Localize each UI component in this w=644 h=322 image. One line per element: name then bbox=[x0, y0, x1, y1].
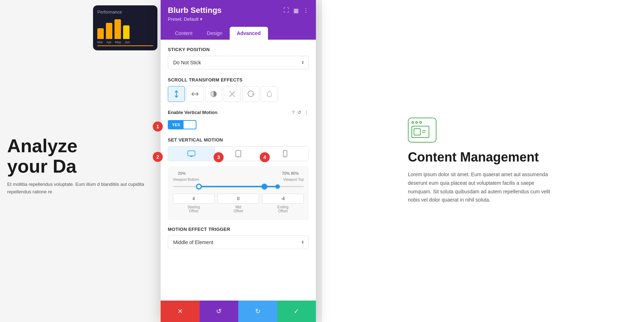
undo-button[interactable]: ↺ bbox=[200, 301, 239, 322]
icon-body bbox=[411, 126, 429, 138]
fade-btn[interactable] bbox=[205, 86, 222, 102]
reset-icon[interactable]: ↺ bbox=[297, 110, 301, 115]
tab-design[interactable]: Design bbox=[200, 27, 230, 40]
icon-line-1 bbox=[422, 130, 426, 131]
icon-dot-1 bbox=[411, 121, 414, 124]
badge-3: 3 bbox=[214, 152, 224, 162]
sticky-position-label: Sticky Position bbox=[168, 47, 309, 52]
layout-icon[interactable]: ▦ bbox=[293, 7, 299, 14]
redo-button[interactable]: ↻ bbox=[238, 301, 277, 322]
toggle-yes[interactable]: YES bbox=[169, 121, 184, 129]
panel-header-icons: ⛶ ▦ ⋮ bbox=[283, 7, 309, 14]
scroll-transform-label: Scroll Transform Effects bbox=[168, 77, 309, 83]
chart-line bbox=[97, 45, 153, 46]
ending-offset-group: EndingOffset bbox=[262, 194, 304, 213]
panel-footer: ✕ ↺ ↻ ✓ bbox=[161, 301, 316, 322]
content-mgmt-body: Lorem ipsum dolor sit amet. Eum quaerat … bbox=[408, 170, 558, 204]
content-management-section: Content Management Lorem ipsum dolor sit… bbox=[394, 103, 572, 219]
opacity-btn[interactable] bbox=[261, 86, 278, 102]
label-20pct: 20% bbox=[178, 171, 186, 175]
badge-4: 4 bbox=[260, 152, 270, 162]
sticky-position-wrapper: Do Not Stick Stick to Top Stick to Botto… bbox=[168, 56, 309, 69]
bar-mar bbox=[97, 28, 104, 39]
tab-content[interactable]: Content bbox=[168, 27, 200, 40]
label-70-80pct: 70% 80% bbox=[282, 171, 299, 175]
ending-offset-label: EndingOffset bbox=[262, 205, 304, 213]
panel-tabs: Content Design Advanced bbox=[168, 27, 309, 40]
perf-card-title: Performance bbox=[97, 10, 153, 15]
bar-chart bbox=[97, 18, 153, 39]
badge-2: 2 bbox=[153, 152, 163, 162]
slider-thumb-start[interactable] bbox=[196, 184, 202, 189]
toggle-container[interactable]: YES bbox=[168, 120, 196, 129]
right-background: Content Management Lorem ipsum dolor sit… bbox=[322, 0, 644, 322]
set-vertical-motion-label: Set Vertical Motion bbox=[168, 137, 309, 143]
blur-btn[interactable] bbox=[224, 86, 241, 102]
analyze-heading: Analyze your Da bbox=[7, 136, 154, 177]
motion-effect-trigger-label: Motion Effect Trigger bbox=[168, 227, 309, 232]
motion-effect-trigger-section: Motion Effect Trigger Middle of Element … bbox=[168, 227, 309, 249]
more-options-icon[interactable]: ⋮ bbox=[304, 110, 309, 115]
starting-offset-group: StartingOffset bbox=[173, 194, 215, 213]
icon-line-2 bbox=[422, 132, 425, 133]
desktop-device-tab[interactable] bbox=[168, 147, 215, 161]
slider-track bbox=[173, 186, 304, 187]
bar-apr bbox=[106, 23, 112, 39]
expand-icon[interactable]: ⛶ bbox=[283, 7, 289, 14]
bar-may bbox=[114, 19, 121, 39]
starting-offset-label: StartingOffset bbox=[173, 205, 215, 213]
panel-preset[interactable]: Preset: Default ▾ bbox=[168, 16, 309, 22]
content-mgmt-title: Content Management bbox=[408, 150, 558, 165]
icon-dot-2 bbox=[415, 121, 418, 124]
slider-track-container[interactable] bbox=[173, 183, 304, 190]
slider-thumb-mid[interactable] bbox=[262, 184, 267, 189]
panel-header-top: Blurb Settings ⛶ ▦ ⋮ bbox=[168, 6, 309, 15]
offset-row: StartingOffset MidOffset EndingOffset bbox=[173, 194, 304, 213]
motion-effect-trigger-select[interactable]: Middle of Element Top of Element Bottom … bbox=[168, 236, 309, 249]
panel-title: Blurb Settings bbox=[168, 6, 221, 15]
tab-advanced[interactable]: Advanced bbox=[230, 27, 268, 40]
enable-vertical-motion-label: Enable Vertical Motion bbox=[168, 110, 289, 115]
content-management-icon bbox=[408, 118, 436, 143]
mid-offset-label: MidOffset bbox=[218, 205, 259, 213]
cancel-button[interactable]: ✕ bbox=[161, 301, 200, 322]
enable-vertical-motion-row: Enable Vertical Motion ? ↺ ⋮ bbox=[168, 110, 309, 115]
toggle-no[interactable] bbox=[184, 123, 191, 127]
sticky-position-select[interactable]: Do Not Stick Stick to Top Stick to Botto… bbox=[168, 56, 309, 69]
bar-jun bbox=[123, 25, 130, 39]
svg-point-3 bbox=[238, 156, 239, 157]
analyze-body: Et mollitia repellendus voluptate. Eum i… bbox=[7, 181, 154, 196]
bar-labels: Mar Apr May Jun bbox=[97, 40, 153, 44]
icon-dots bbox=[411, 121, 422, 124]
slider-area: 20% 70% 80% Viewport Bottom Viewport Top bbox=[168, 166, 309, 220]
icon-dot-3 bbox=[419, 121, 422, 124]
ending-offset-input[interactable] bbox=[262, 194, 304, 204]
save-button[interactable]: ✓ bbox=[277, 301, 316, 322]
blurb-settings-panel: Blurb Settings ⛶ ▦ ⋮ Preset: Default ▾ C… bbox=[161, 0, 316, 322]
svg-rect-1 bbox=[188, 151, 195, 156]
slider-thumb-end[interactable] bbox=[275, 184, 280, 189]
icon-square bbox=[414, 128, 421, 135]
svg-point-5 bbox=[285, 156, 286, 157]
horizontal-motion-btn[interactable] bbox=[186, 86, 204, 102]
analyze-section: Analyze your Da Et mollitia repellendus … bbox=[0, 136, 161, 196]
starting-offset-input[interactable] bbox=[173, 194, 215, 204]
scroll-transform-icons bbox=[168, 86, 309, 102]
more-icon[interactable]: ⋮ bbox=[303, 7, 309, 14]
left-background: Performance Mar Apr May Jun Analyze your… bbox=[0, 0, 161, 322]
mid-offset-input[interactable] bbox=[218, 194, 259, 204]
vertical-motion-btn[interactable] bbox=[168, 86, 185, 102]
badge-1: 1 bbox=[153, 122, 163, 132]
panel-header: Blurb Settings ⛶ ▦ ⋮ Preset: Default ▾ C… bbox=[161, 0, 316, 40]
viewport-top-label: Viewport Top bbox=[283, 178, 304, 182]
mid-offset-group: MidOffset bbox=[218, 194, 259, 213]
panel-body: Sticky Position Do Not Stick Stick to To… bbox=[161, 40, 316, 301]
help-icon[interactable]: ? bbox=[292, 110, 294, 115]
slider-labels-top: 20% 70% 80% bbox=[173, 171, 304, 175]
rotate-btn[interactable] bbox=[242, 86, 259, 102]
device-tabs bbox=[168, 146, 309, 161]
icon-lines bbox=[422, 130, 427, 133]
motion-effect-trigger-wrapper: Middle of Element Top of Element Bottom … bbox=[168, 236, 309, 249]
performance-card: Performance Mar Apr May Jun bbox=[93, 5, 157, 50]
viewport-bottom-label: Viewport Bottom bbox=[173, 178, 199, 182]
